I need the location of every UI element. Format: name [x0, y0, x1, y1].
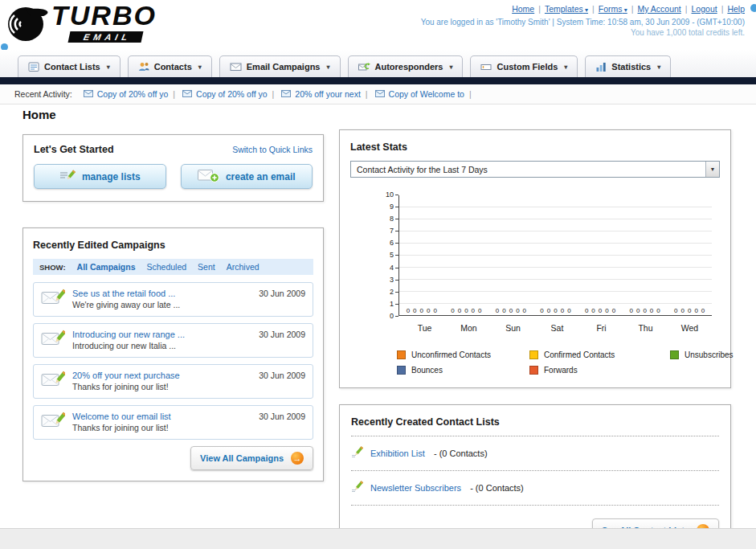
get-started-panel: Let's Get Started Switch to Quick Links [22, 134, 324, 202]
value-label: 0 [612, 307, 615, 314]
campaign-text: Introducing our new range ...Introducing… [72, 330, 251, 350]
y-axis-value: 1 [390, 301, 394, 308]
x-axis-label: Tue [403, 323, 447, 333]
top-link-my-account[interactable]: My Account [638, 4, 681, 14]
nav-tab-contact-lists[interactable]: Contact Lists▾ [18, 55, 121, 77]
recent-activity-item[interactable]: 20% off your next [281, 89, 361, 99]
separator: | [173, 89, 175, 99]
contact-list-item[interactable]: Exhibition List - (0 Contacts) [351, 444, 719, 463]
legend-swatch [670, 350, 679, 359]
top-link-templates[interactable]: Templates ▾ [545, 4, 588, 14]
nav-tab-label: Contact Lists [44, 62, 100, 72]
value-label: 0 [694, 307, 697, 314]
value-labels-group: 00000 [488, 307, 533, 314]
value-label: 0 [629, 307, 632, 314]
nav-tab-label: Email Campaigns [247, 62, 321, 72]
nav-tab-statistics[interactable]: Statistics▾ [585, 55, 671, 77]
filter-archived[interactable]: Archived [227, 262, 259, 272]
campaign-row[interactable]: Introducing our new range ...Introducing… [33, 323, 313, 358]
envelope-pencil-icon [41, 371, 65, 391]
value-label: 0 [650, 307, 653, 314]
legend-swatch [397, 366, 406, 375]
nav-tab-custom-fields[interactable]: Custom Fields▾ [470, 55, 578, 77]
recent-activity-item[interactable]: Copy of 20% off yo [84, 89, 169, 99]
legend-swatch [529, 366, 538, 375]
legend-label: Confirmed Contacts [544, 350, 615, 359]
chevron-down-icon: ▾ [449, 64, 452, 71]
value-label: 0 [540, 307, 543, 314]
campaign-title-link[interactable]: Welcome to our email list [72, 412, 251, 421]
value-labels-group: 00000 [667, 307, 712, 314]
y-axis-label: 10 [386, 191, 398, 199]
nav-tab-label: Autoresponders [375, 62, 443, 72]
recent-activity-bar: Recent Activity: Copy of 20% off yo|Copy… [0, 84, 756, 104]
chart-plot-area: 00000000000000000000000000000000000 [398, 195, 712, 316]
value-label: 0 [701, 307, 705, 314]
contact-list-link[interactable]: Exhibition List [370, 449, 425, 458]
separator: | [592, 4, 595, 14]
separator: | [469, 89, 472, 99]
legend-item: Forwards [529, 366, 670, 375]
campaign-title-link[interactable]: See us at the retail food ... [72, 289, 251, 298]
nav-tab-email-campaigns[interactable]: Email Campaigns▾ [219, 55, 341, 77]
manage-lists-button[interactable]: manage lists [34, 164, 166, 189]
pencil-icon [351, 480, 364, 496]
recent-campaigns-panel: Recently Edited Campaigns SHOW: All Camp… [22, 227, 324, 481]
campaign-row[interactable]: See us at the retail food ...We're givin… [33, 282, 313, 317]
recent-activity-link[interactable]: 20% off your next [295, 89, 361, 99]
campaign-text: 20% off your next purchaseThanks for joi… [72, 371, 251, 391]
value-label: 0 [656, 307, 660, 314]
y-axis-label: 2 [386, 289, 398, 296]
recent-activity-link[interactable]: Copy of 20% off yo [196, 89, 268, 99]
campaign-title-link[interactable]: Introducing our new range ... [72, 330, 251, 339]
value-labels-group: 00000 [578, 307, 623, 314]
separator: | [366, 89, 368, 99]
envelope-plus-icon [198, 168, 219, 185]
campaign-date: 30 Jun 2009 [259, 371, 305, 380]
x-axis-label: Mon [447, 323, 491, 333]
y-axis-value: 6 [390, 240, 394, 247]
autoresponders-icon [358, 61, 370, 72]
chevron-down-icon: ▾ [623, 6, 627, 14]
legend-item: Unconfirmed Contacts [397, 350, 529, 359]
page-title: Home [22, 108, 56, 121]
value-label: 0 [458, 307, 461, 314]
value-label: 0 [509, 307, 513, 314]
recent-activity-link[interactable]: Copy of 20% off yo [97, 89, 169, 99]
y-axis-label: 5 [386, 252, 398, 259]
recent-activity-item[interactable]: Copy of 20% off yo [182, 89, 268, 99]
pencil-list-icon [59, 169, 76, 185]
view-all-campaigns-button[interactable]: View All Campaigns → [190, 446, 313, 470]
filter-all-campaigns[interactable]: All Campaigns [77, 262, 136, 272]
stats-period-select[interactable]: Contact Activity for the Last 7 Days ▼ [350, 161, 720, 178]
top-link-logout[interactable]: Logout [692, 4, 717, 14]
stats-title: Latest Stats [350, 141, 407, 153]
filter-sent[interactable]: Sent [198, 262, 215, 272]
top-link-home[interactable]: Home [512, 4, 534, 14]
logo-swoosh-icon [6, 5, 56, 43]
nav-tab-autoresponders[interactable]: Autoresponders▾ [348, 55, 464, 77]
create-email-button[interactable]: create an email [181, 164, 313, 189]
top-link-forms[interactable]: Forms ▾ [599, 4, 627, 14]
show-label: SHOW: [39, 263, 66, 272]
filter-scheduled[interactable]: Scheduled [146, 262, 186, 272]
get-started-title: Let's Get Started [34, 144, 114, 155]
recent-activity-link[interactable]: Copy of Welcome to [389, 89, 464, 99]
contact-list-item[interactable]: Newsletter Subscribers - (0 Contacts) [351, 478, 719, 498]
y-axis-value: 8 [390, 215, 394, 223]
campaign-row[interactable]: 20% off your next purchaseThanks for joi… [33, 364, 313, 399]
recent-activity-item[interactable]: Copy of Welcome to [375, 89, 464, 99]
divider [351, 470, 719, 471]
nav-tab-contacts[interactable]: Contacts▾ [128, 55, 212, 77]
campaign-date: 30 Jun 2009 [259, 412, 305, 421]
x-axis-label: Wed [668, 323, 712, 333]
value-label: 0 [496, 307, 499, 314]
campaign-title-link[interactable]: 20% off your next purchase [72, 371, 251, 380]
campaign-row[interactable]: Welcome to our email listThanks for join… [33, 405, 313, 440]
top-link-help[interactable]: Help [727, 4, 745, 14]
recent-activity-label: Recent Activity: [14, 89, 72, 99]
contact-list-link[interactable]: Newsletter Subscribers [370, 483, 461, 493]
switch-quick-links-link[interactable]: Switch to Quick Links [232, 145, 313, 154]
credits-info: You have 1,000 total credits left. [421, 28, 745, 37]
value-label: 0 [413, 307, 416, 314]
